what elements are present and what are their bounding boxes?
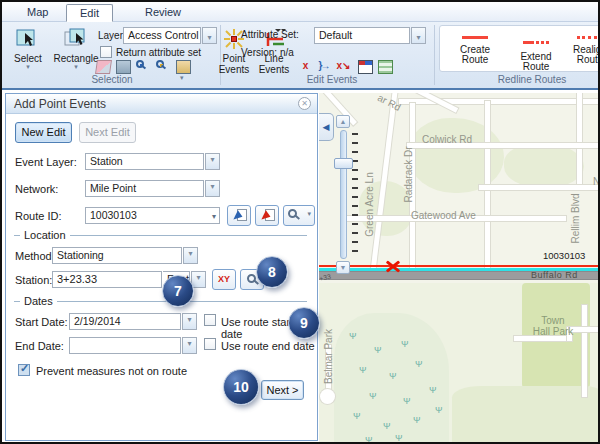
map-canvas[interactable]: ar Rd Colwick Rd Rellim Blvd Radarack Dr… [319,93,600,442]
route-number-label: 10030103 [543,250,585,261]
tab-edit[interactable]: Edit [66,4,113,22]
zoom-out-button[interactable]: ▼ [336,261,350,274]
route-zoom-dropdown-button[interactable]: ▾ [283,205,315,226]
extend-route-label: Extend Route [520,51,551,72]
zoom-slider-track[interactable] [340,130,347,259]
road [399,99,600,104]
magnifier-icon [247,274,256,283]
attribute-set-dropdown-button[interactable] [411,27,426,44]
redline-routes-group-label: Redline Routes [472,74,592,85]
return-attribute-set-checkbox[interactable] [100,46,112,58]
road-label: Belmar Park [323,324,334,390]
method-combobox[interactable]: Stationing [52,247,182,264]
start-date-label: Start Date: [15,316,68,328]
use-route-end-date-checkbox[interactable] [204,338,216,350]
magnifier-icon [136,60,144,68]
road-label: Buffalo Rd [531,270,578,280]
realign-route-button[interactable]: Realign Route [568,31,600,65]
prevent-measures-label: Prevent measures not on route [36,365,187,377]
chevron-down-icon: ▾ [307,210,311,218]
magnifier-icon [156,60,164,68]
event-table-icon[interactable] [378,60,393,74]
select-by-layer-icon[interactable] [176,60,191,74]
split-point-icon[interactable]: x [298,59,313,73]
merge-events-icon[interactable]: }→ [316,59,331,73]
panel-title: Add Point Events [6,94,317,114]
wetland-symbol: Ψ [389,371,397,381]
zoom-to-next-icon[interactable] [156,60,171,74]
station-label: Station: [15,274,52,286]
chevron-down-icon: ▾ [6,64,50,70]
location-section-label: Location [20,229,70,241]
close-icon[interactable] [298,97,311,110]
zoom-slider-ticks [352,133,358,259]
event-layer-combobox[interactable]: Station [85,153,204,170]
wetland-symbol: Ψ [374,345,382,355]
road [582,305,587,397]
collapse-panel-arrow[interactable]: ◀ [319,113,334,141]
fill-color-icon[interactable] [116,60,131,74]
app-window: { "ribbon": { "tabs": [ { "label": "Map"… [0,0,600,444]
method-dropdown-button[interactable] [183,247,198,264]
wetland-symbol: Ψ [413,415,421,425]
route-id-combobox[interactable]: 10030103 [85,207,220,224]
wetland-symbol: Ψ [365,435,373,442]
attribute-set-combobox[interactable]: Default [314,27,410,44]
route-id-label: Route ID: [15,210,61,222]
tab-review[interactable]: Review [132,4,194,22]
road-label: N [593,176,600,187]
road-label: Radarack Dr [403,142,414,208]
network-label: Network: [15,183,58,195]
park-label: Town Hall Park [532,315,574,337]
group-divider [434,25,435,85]
network-dropdown-button[interactable] [205,180,220,197]
next-edit-button[interactable]: Next Edit [79,122,136,143]
next-button[interactable]: Next > [261,380,304,400]
new-edit-button[interactable]: New Edit [15,122,72,143]
tab-map[interactable]: Map [14,4,61,22]
dotted-red-line-icon [577,36,600,39]
wetland-symbol: Ψ [395,433,403,442]
wetland-symbol: Ψ [359,365,367,375]
extend-route-button[interactable]: Extend Route [506,31,566,72]
use-route-start-date-checkbox[interactable] [204,314,216,326]
station-input[interactable]: 3+23.33 [52,271,162,288]
dates-section-label: Dates [20,295,57,307]
edit-events-group-label: Edit Events [252,74,412,85]
wetland-symbol: Ψ [353,411,361,421]
network-combobox[interactable]: Mile Point [85,180,204,197]
zoom-to-selected-icon[interactable] [136,60,151,74]
end-date-dropdown-button[interactable] [182,337,197,354]
selection-group-label: Selection [42,74,182,85]
prevent-measures-checkbox[interactable] [18,364,30,376]
rectangle-tool-button[interactable]: Rectangle ▾ [50,27,102,70]
callout-9: 9 [288,307,320,339]
realign-route-label: Realign Route [573,44,600,65]
zoom-slider-handle[interactable] [334,158,353,169]
zoom-in-button[interactable]: ▲ [336,115,350,128]
start-date-input[interactable]: 2/19/2014 [69,313,181,330]
road-rellim-blvd [577,93,582,189]
split-route-icon[interactable]: x↘ [336,59,351,73]
event-layer-dropdown-button[interactable] [205,153,220,170]
version-label: Version: n/a [241,47,294,58]
ribbon: Map Edit Review Select ▾ Rectangle ▾ Lay… [2,2,598,90]
select-route-on-map-button[interactable] [227,205,251,226]
select-tool-button[interactable]: Select ▾ [6,27,50,70]
chevron-down-icon: ▾ [50,64,102,70]
rectangle-icon [63,27,89,51]
clear-route-selection-button[interactable] [255,205,279,226]
callout-8: 8 [256,256,288,288]
road-cul-de-sac [320,389,335,404]
road [479,185,600,190]
event-window-icon[interactable] [358,60,373,74]
layer-combobox[interactable]: Access Control [123,27,201,44]
xy-coordinates-button[interactable]: XY [212,269,236,290]
end-date-input[interactable] [69,337,181,354]
create-route-button[interactable]: Create Route [446,31,504,65]
method-label: Method: [15,250,55,262]
wetland-symbol: Ψ [401,339,409,349]
start-date-dropdown-button[interactable] [182,313,197,330]
ribbon-tab-bar: Map Edit Review [2,2,598,22]
eraser-icon[interactable] [95,60,112,74]
